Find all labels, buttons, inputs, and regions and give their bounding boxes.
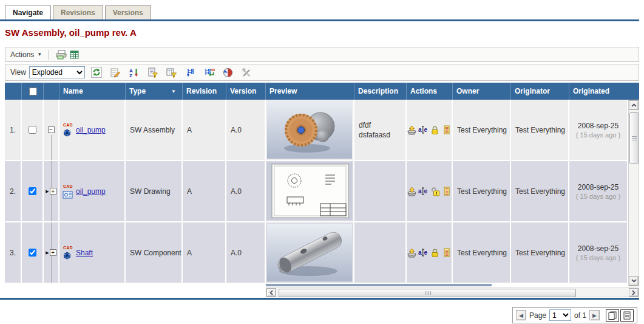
report-sphere-icon[interactable] — [222, 66, 235, 78]
expand-toggle[interactable]: + — [50, 249, 56, 256]
lock-icon[interactable] — [430, 247, 440, 259]
description-line: dfdf — [359, 121, 390, 129]
tree-insert-icon[interactable]: 99 — [203, 66, 216, 78]
cad-badge: CAD — [63, 246, 73, 250]
pagination-bar: ◀ Page 1 of 1 ▶ — [512, 307, 637, 323]
scroll-down-button[interactable] — [629, 276, 639, 286]
originated-ago: ( 15 days ago ) — [576, 193, 620, 200]
edit-table-icon[interactable] — [109, 66, 122, 78]
view-select[interactable]: Exploded — [29, 66, 85, 78]
svg-text:a: a — [418, 188, 422, 195]
checkout-icon[interactable] — [407, 124, 417, 136]
rename-icon[interactable]: ae — [418, 124, 429, 136]
header-expand — [44, 83, 59, 100]
print-icon[interactable] — [55, 49, 68, 61]
properties-icon[interactable] — [442, 185, 452, 198]
checkout-icon[interactable] — [407, 247, 417, 259]
sort-structure-icon[interactable] — [184, 66, 197, 78]
select-all-checkbox[interactable] — [29, 88, 37, 95]
multi-page-icon[interactable] — [606, 309, 619, 322]
scroll-left-button[interactable] — [266, 288, 276, 297]
header-originated[interactable]: Originated — [569, 83, 628, 100]
header-revision[interactable]: Revision — [183, 83, 226, 100]
table-row: 3. ▶ + CAD Shaft SW Component A A.0 — [5, 222, 639, 284]
sort-az-icon[interactable]: AZ — [127, 66, 141, 78]
description-line: dsfafaasd — [359, 131, 390, 139]
collapse-toggle[interactable]: − — [48, 126, 55, 133]
object-link[interactable]: oil_pump — [76, 126, 106, 134]
owner-cell: Test Everything — [453, 222, 511, 284]
tab-bar: Navigate Revisions Versions — [5, 5, 151, 20]
oil-pump-assembly-render — [267, 101, 352, 159]
unlock-badge-icon[interactable]: ! — [430, 185, 441, 198]
actions-cell: ae ! — [407, 161, 453, 222]
app-window: Navigate Revisions Versions SW Assembly,… — [0, 0, 644, 324]
header-owner[interactable]: Owner — [453, 83, 511, 100]
header-preview[interactable]: Preview — [266, 83, 354, 100]
actions-menu[interactable]: Actions ▼ — [10, 50, 42, 59]
name-cell: CAD Shaft — [59, 222, 126, 284]
view-toolbar-icons: AZ 99 — [90, 66, 254, 78]
refresh-icon[interactable] — [90, 66, 103, 78]
cad-drawing-icon: CAD — [63, 184, 73, 199]
scroll-right-button[interactable] — [629, 288, 639, 297]
tree-line — [51, 135, 52, 161]
rename-icon[interactable]: ae — [418, 185, 429, 198]
checkout-icon[interactable] — [407, 185, 417, 198]
header-description[interactable]: Description — [354, 83, 407, 100]
header-actions[interactable]: Actions — [407, 83, 453, 100]
filter-list-icon[interactable] — [146, 66, 160, 78]
preview-cell — [266, 222, 354, 284]
type-cell: SW Component — [126, 222, 183, 284]
horizontal-scroll-thumb[interactable] — [279, 289, 576, 297]
row-checkbox[interactable] — [29, 249, 36, 257]
description-cell — [354, 161, 407, 222]
structure-table: Name Type ▼ Revision Version Preview Des… — [5, 83, 639, 284]
export-excel-icon[interactable] — [68, 49, 81, 61]
properties-icon[interactable] — [441, 124, 452, 136]
rename-icon[interactable]: ae — [418, 247, 429, 259]
toolbar-divider — [48, 50, 49, 60]
tools-icon[interactable] — [240, 66, 254, 78]
scroll-up-button[interactable] — [629, 100, 639, 110]
originated-date: 2008-sep-25 — [578, 122, 619, 130]
single-list-icon[interactable] — [620, 309, 634, 322]
header-name[interactable]: Name — [59, 83, 126, 100]
vertical-scrollbar[interactable] — [628, 100, 639, 286]
tab-versions[interactable]: Versions — [105, 5, 151, 20]
row-checkbox[interactable] — [29, 126, 36, 134]
tab-revisions[interactable]: Revisions — [53, 5, 103, 20]
owner-cell: Test Everything — [453, 161, 511, 222]
header-type[interactable]: Type ▼ — [126, 83, 183, 100]
row-select-cell — [22, 100, 44, 161]
lock-icon[interactable] — [430, 124, 440, 136]
filter-column-icon[interactable] — [165, 66, 178, 78]
next-page-icon: ▶ — [592, 312, 597, 319]
object-link[interactable]: Shaft — [76, 249, 93, 257]
row-number: 1. — [5, 100, 22, 161]
originated-date: 2008-sep-25 — [578, 244, 619, 253]
svg-text:e: e — [424, 188, 428, 195]
sort-desc-icon[interactable]: ▼ — [171, 89, 176, 94]
table-row: 2. ▶ + CAD oil_pump SW Drawing A A.0 — [5, 161, 639, 222]
header-version[interactable]: Version — [226, 83, 266, 100]
vertical-scroll-thumb[interactable] — [629, 112, 639, 164]
previous-page-button[interactable]: ◀ — [516, 310, 526, 320]
row-number: 2. — [5, 161, 22, 222]
expand-control[interactable]: ▶ + — [46, 188, 56, 195]
next-page-button[interactable]: ▶ — [589, 310, 600, 320]
preview-cell — [266, 161, 354, 222]
properties-icon[interactable] — [441, 247, 452, 259]
version-cell: A.0 — [226, 161, 266, 222]
header-select-all — [22, 83, 44, 100]
object-link[interactable]: oil_pump — [76, 187, 106, 196]
row-checkbox[interactable] — [29, 187, 36, 195]
header-originator[interactable]: Originator — [511, 83, 569, 100]
expand-control[interactable]: ▶ + — [46, 249, 56, 256]
expand-toggle[interactable]: + — [50, 188, 56, 195]
revision-cell: A — [183, 222, 226, 284]
horizontal-scrollbar[interactable] — [266, 288, 639, 297]
svg-text:Z: Z — [129, 73, 132, 78]
tab-navigate[interactable]: Navigate — [5, 5, 51, 20]
page-select[interactable]: 1 — [549, 309, 571, 321]
